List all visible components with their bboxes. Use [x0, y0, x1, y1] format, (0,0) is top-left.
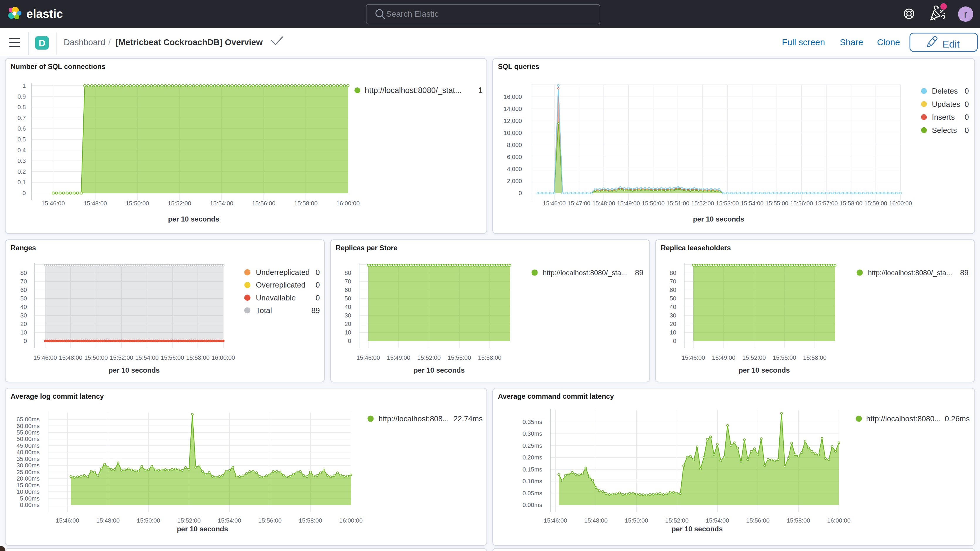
svg-text:15:58:00: 15:58:00 — [294, 200, 318, 207]
svg-text:16:00:00: 16:00:00 — [212, 354, 235, 361]
svg-text:15:58:00: 15:58:00 — [478, 354, 501, 361]
svg-text:30: 30 — [670, 312, 676, 318]
svg-text:per 10 seconds: per 10 seconds — [168, 215, 220, 223]
svg-text:http://localhost:8080...: http://localhost:8080... — [866, 414, 941, 423]
svg-text:Inserts: Inserts — [932, 113, 955, 121]
svg-text:0.00ms: 0.00ms — [523, 502, 542, 508]
svg-text:per 10 seconds: per 10 seconds — [414, 366, 465, 374]
svg-text:15:46:00: 15:46:00 — [56, 517, 79, 524]
svg-text:15:49:00: 15:49:00 — [387, 354, 410, 361]
svg-text:35.00ms: 35.00ms — [16, 455, 40, 462]
svg-text:15:46:00: 15:46:00 — [41, 200, 65, 207]
svg-text:45.00ms: 45.00ms — [16, 442, 40, 449]
svg-text:15:58:00: 15:58:00 — [186, 354, 210, 361]
svg-text:15:54:00: 15:54:00 — [210, 200, 233, 207]
svg-text:http://localhost:8080/_stat...: http://localhost:8080/_stat... — [365, 86, 461, 95]
svg-text:22.74ms: 22.74ms — [453, 414, 483, 423]
svg-text:0: 0 — [316, 280, 320, 289]
svg-text:15:48:00: 15:48:00 — [96, 517, 120, 524]
svg-text:0: 0 — [316, 268, 320, 277]
svg-text:89: 89 — [311, 306, 320, 315]
svg-text:per 10 seconds: per 10 seconds — [671, 525, 723, 533]
svg-text:15:50:00: 15:50:00 — [84, 354, 108, 361]
svg-text:15:54:00: 15:54:00 — [706, 517, 729, 524]
svg-text:6,000: 6,000 — [507, 153, 522, 160]
svg-text:15:54:00: 15:54:00 — [135, 354, 159, 361]
svg-text:15:48:00: 15:48:00 — [584, 517, 608, 524]
svg-text:80: 80 — [670, 269, 676, 276]
svg-text:Average log commit latency: Average log commit latency — [11, 392, 104, 400]
svg-text:0.1: 0.1 — [18, 179, 26, 185]
svg-text:Replicas per Store: Replicas per Store — [336, 244, 398, 252]
svg-text:1: 1 — [478, 86, 483, 95]
svg-text:60: 60 — [670, 287, 676, 293]
svg-text:0: 0 — [673, 338, 676, 344]
svg-text:0: 0 — [22, 190, 26, 196]
svg-text:15:58:00: 15:58:00 — [803, 354, 827, 361]
svg-text:65.00ms: 65.00ms — [16, 416, 40, 422]
svg-text:40.00ms: 40.00ms — [16, 449, 40, 455]
svg-text:12,000: 12,000 — [503, 117, 522, 124]
svg-text:15:55:00: 15:55:00 — [448, 354, 471, 361]
svg-text:89: 89 — [960, 268, 969, 277]
svg-text:0.5: 0.5 — [18, 136, 26, 143]
svg-text:15:52:00: 15:52:00 — [110, 354, 133, 361]
svg-text:Total: Total — [256, 306, 272, 315]
svg-text:15:50:00: 15:50:00 — [642, 200, 665, 207]
svg-text:60: 60 — [344, 287, 351, 293]
svg-text:60: 60 — [20, 287, 27, 293]
svg-text:15:56:00: 15:56:00 — [790, 200, 813, 207]
svg-text:70: 70 — [670, 278, 676, 285]
svg-text:10: 10 — [20, 329, 27, 336]
svg-text:Replica leaseholders: Replica leaseholders — [661, 244, 731, 252]
svg-text:16:00:00: 16:00:00 — [339, 517, 363, 524]
svg-text:8,000: 8,000 — [507, 142, 522, 148]
svg-text:Average command commit latency: Average command commit latency — [498, 392, 614, 400]
svg-text:0: 0 — [519, 190, 522, 196]
svg-text:0.25ms: 0.25ms — [523, 442, 542, 449]
svg-text:15:58:00: 15:58:00 — [299, 517, 322, 524]
svg-text:15:46:00: 15:46:00 — [682, 354, 705, 361]
svg-text:per 10 seconds: per 10 seconds — [108, 366, 160, 374]
svg-text:15:56:00: 15:56:00 — [746, 517, 770, 524]
svg-text:14,000: 14,000 — [503, 105, 522, 112]
svg-text:15:46:00: 15:46:00 — [543, 200, 566, 207]
svg-text:0.35ms: 0.35ms — [523, 418, 542, 425]
svg-text:Ranges: Ranges — [11, 244, 36, 252]
svg-text:0.9: 0.9 — [18, 93, 26, 100]
svg-text:15:56:00: 15:56:00 — [252, 200, 275, 207]
svg-text:15:53:00: 15:53:00 — [716, 200, 739, 207]
svg-text:http://localhost:8080/_sta...: http://localhost:8080/_sta... — [868, 269, 952, 277]
svg-text:0: 0 — [24, 338, 27, 344]
svg-text:0.8: 0.8 — [18, 104, 26, 110]
svg-text:http://localhost:808...: http://localhost:808... — [379, 414, 449, 423]
svg-text:15:54:00: 15:54:00 — [741, 200, 764, 207]
svg-text:Underreplicated: Underreplicated — [256, 268, 310, 277]
svg-text:20: 20 — [344, 320, 351, 327]
svg-text:0.20ms: 0.20ms — [523, 454, 542, 461]
svg-text:15:49:00: 15:49:00 — [712, 354, 736, 361]
svg-text:15:47:00: 15:47:00 — [568, 200, 590, 207]
svg-text:0: 0 — [965, 113, 969, 121]
svg-text:30: 30 — [20, 312, 27, 318]
svg-text:15:48:00: 15:48:00 — [84, 200, 107, 207]
svg-text:0.4: 0.4 — [18, 147, 26, 153]
svg-text:0.15ms: 0.15ms — [523, 466, 542, 473]
svg-text:50: 50 — [344, 295, 351, 302]
svg-text:70: 70 — [20, 278, 27, 285]
svg-text:0.05ms: 0.05ms — [523, 490, 542, 497]
svg-text:0.3: 0.3 — [18, 157, 26, 164]
svg-text:50: 50 — [20, 295, 27, 302]
svg-text:15:52:00: 15:52:00 — [168, 200, 191, 207]
svg-text:20: 20 — [670, 320, 676, 327]
svg-text:15:52:00: 15:52:00 — [417, 354, 441, 361]
svg-text:30: 30 — [344, 312, 351, 318]
svg-text:15:52:00: 15:52:00 — [691, 200, 714, 207]
svg-text:0.26ms: 0.26ms — [945, 414, 970, 423]
svg-text:4,000: 4,000 — [507, 166, 522, 172]
svg-text:0: 0 — [965, 100, 969, 108]
svg-text:15:52:00: 15:52:00 — [742, 354, 766, 361]
svg-text:per 10 seconds: per 10 seconds — [177, 525, 228, 533]
svg-text:5.00ms: 5.00ms — [20, 495, 40, 502]
svg-text:15:56:00: 15:56:00 — [161, 354, 184, 361]
